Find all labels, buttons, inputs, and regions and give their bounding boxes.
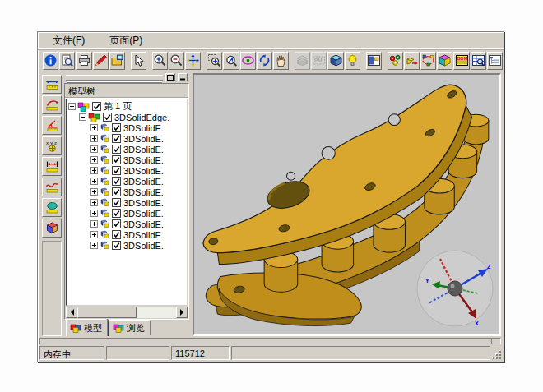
tree-row-part[interactable]: 3DSolidE. bbox=[68, 208, 187, 219]
panel-gripper[interactable] bbox=[66, 75, 163, 81]
explode-view-button[interactable] bbox=[420, 52, 436, 70]
export-image-button[interactable] bbox=[109, 52, 125, 70]
tree-label[interactable]: 3DSolidE. bbox=[123, 177, 164, 187]
lighting-button[interactable] bbox=[345, 52, 360, 70]
tree-label[interactable]: 3DSolidE. bbox=[123, 123, 164, 133]
info-button[interactable] bbox=[43, 52, 58, 70]
measure-volume-button[interactable] bbox=[42, 219, 62, 238]
expand-icon[interactable] bbox=[90, 124, 98, 131]
tree-row-part[interactable]: 3DSolidE. bbox=[68, 187, 187, 197]
scroll-left-button[interactable] bbox=[66, 307, 77, 318]
tree-label[interactable]: 3DSolidE. bbox=[123, 209, 164, 219]
expand-icon[interactable] bbox=[90, 145, 98, 153]
tree-row-part[interactable]: 3DSolidE. bbox=[68, 176, 187, 187]
cube-3d-button[interactable] bbox=[437, 52, 452, 70]
tree-row-part[interactable]: 3DSolidE. bbox=[68, 229, 187, 240]
tree-row-part[interactable]: 3DSolidE. bbox=[68, 133, 187, 144]
orientation-trackball[interactable]: Z X Y bbox=[415, 249, 494, 328]
collapse-icon[interactable] bbox=[79, 113, 86, 121]
tree-label[interactable]: 3DSolidE. bbox=[123, 219, 164, 229]
measure-coordinate-button[interactable]: xyz bbox=[42, 136, 62, 155]
measure-area-button[interactable] bbox=[42, 198, 62, 217]
zoom-out-button[interactable] bbox=[169, 52, 184, 70]
bom-table-button[interactable]: BOM bbox=[453, 52, 469, 70]
tree-row-part[interactable]: 3DSolidE. bbox=[68, 122, 187, 133]
tree-label[interactable]: 3DSolidE. bbox=[123, 134, 164, 144]
checkbox-checked[interactable] bbox=[112, 230, 121, 239]
expand-icon[interactable] bbox=[90, 199, 98, 206]
panel-maximize-button[interactable] bbox=[165, 73, 175, 81]
move-part-button[interactable] bbox=[404, 52, 420, 70]
tree-label[interactable]: 3DSolidE. bbox=[123, 166, 164, 176]
print-button[interactable] bbox=[76, 52, 91, 70]
collapse-icon[interactable] bbox=[68, 103, 76, 110]
measure-linear-button[interactable] bbox=[42, 75, 62, 94]
panel-titlebar[interactable] bbox=[64, 73, 189, 83]
tree-label[interactable]: 3DSolidE. bbox=[123, 187, 164, 197]
expand-icon[interactable] bbox=[90, 220, 98, 228]
expand-icon[interactable] bbox=[90, 135, 98, 142]
expand-icon[interactable] bbox=[90, 188, 98, 196]
tree-row-subroot[interactable]: 3DSolidEdge. bbox=[68, 112, 187, 122]
checkbox-checked[interactable] bbox=[112, 166, 121, 175]
pan-hand-button[interactable] bbox=[273, 52, 289, 70]
table-search-button[interactable] bbox=[471, 52, 486, 70]
structure-tree-button[interactable] bbox=[487, 52, 503, 70]
model-tree[interactable]: 第 1 页 3DSolidEdge. 3DSolidE. 3DSolidE. 3… bbox=[66, 99, 188, 306]
checkbox-checked[interactable] bbox=[112, 155, 121, 164]
strip-resize-box[interactable] bbox=[491, 339, 500, 344]
scrollbar-thumb[interactable] bbox=[77, 307, 137, 318]
expand-icon[interactable] bbox=[90, 210, 98, 217]
expand-icon[interactable] bbox=[90, 231, 98, 238]
select-cursor-button[interactable] bbox=[131, 52, 146, 70]
checkbox-checked[interactable] bbox=[112, 198, 121, 207]
expand-icon[interactable] bbox=[90, 178, 98, 185]
checkbox-checked[interactable] bbox=[112, 241, 121, 250]
checkbox-checked[interactable] bbox=[103, 113, 112, 122]
checkbox-checked[interactable] bbox=[112, 219, 121, 228]
orbit-center-button[interactable] bbox=[240, 52, 256, 70]
scroll-right-button[interactable] bbox=[176, 307, 188, 318]
tree-label[interactable]: 3DSolidE. bbox=[123, 155, 164, 165]
tree-hscrollbar[interactable] bbox=[66, 307, 188, 318]
checkbox-checked[interactable] bbox=[112, 187, 121, 196]
tab-model[interactable]: 模型 bbox=[66, 319, 108, 336]
tab-browse[interactable]: 浏览 bbox=[109, 320, 151, 335]
checkbox-checked[interactable] bbox=[112, 134, 121, 143]
layers-button[interactable] bbox=[295, 52, 310, 70]
zoom-window-button[interactable] bbox=[207, 52, 222, 70]
pmi-button[interactable]: PMI bbox=[311, 52, 327, 70]
toggle-panel-button[interactable] bbox=[366, 52, 382, 70]
measure-curve-button[interactable] bbox=[42, 178, 62, 196]
tree-label[interactable]: 3DSolidE. bbox=[123, 198, 164, 208]
menu-page[interactable]: 页面(P) bbox=[106, 32, 146, 49]
checkbox-checked[interactable] bbox=[112, 123, 121, 132]
tree-row-part[interactable]: 3DSolidE. bbox=[68, 165, 187, 176]
zoom-in-button[interactable] bbox=[152, 52, 168, 70]
resize-grip[interactable] bbox=[492, 350, 502, 360]
tree-label[interactable]: 3DSolidE. bbox=[123, 230, 164, 240]
checkbox-checked[interactable] bbox=[112, 177, 121, 186]
measure-angle-button[interactable] bbox=[42, 116, 62, 135]
rotate-view-button[interactable] bbox=[257, 52, 272, 70]
trackball-center[interactable] bbox=[448, 281, 462, 296]
viewport-3d[interactable]: Z X Y bbox=[193, 73, 501, 336]
expand-icon[interactable] bbox=[90, 167, 98, 174]
tree-label[interactable]: 3DSolidE. bbox=[123, 241, 164, 251]
measure-radius-button[interactable] bbox=[42, 95, 62, 114]
expand-icon[interactable] bbox=[90, 156, 98, 164]
parts-assembly-button[interactable] bbox=[388, 52, 403, 70]
tree-row-part[interactable]: 3DSolidE. bbox=[68, 219, 187, 229]
checkbox-checked[interactable] bbox=[112, 145, 121, 154]
tree-row-part[interactable]: 3DSolidE. bbox=[68, 240, 187, 251]
checkbox-checked[interactable] bbox=[112, 209, 121, 218]
tree-row-part[interactable]: 3DSolidE. bbox=[68, 197, 187, 208]
tree-label[interactable]: 3DSolidE. bbox=[123, 145, 164, 154]
scrollbar-track[interactable] bbox=[137, 307, 176, 318]
tree-row-root[interactable]: 第 1 页 bbox=[68, 101, 187, 112]
tree-label[interactable]: 3DSolidEdge. bbox=[114, 113, 169, 122]
tree-row-part[interactable]: 3DSolidE. bbox=[68, 144, 187, 154]
checkbox-checked[interactable] bbox=[92, 102, 101, 111]
render-mode-button[interactable] bbox=[327, 52, 343, 70]
measure-distance-button[interactable] bbox=[42, 157, 62, 176]
